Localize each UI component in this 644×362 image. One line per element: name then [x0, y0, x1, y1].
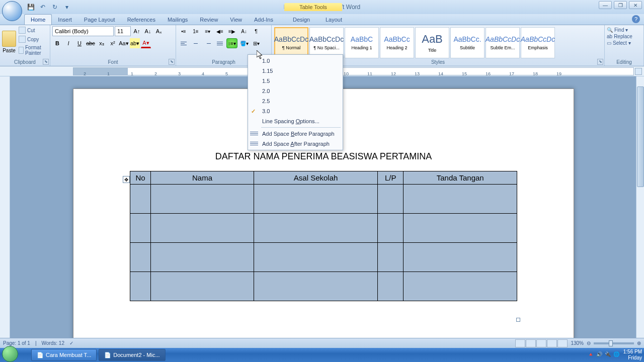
spacing-1.5[interactable]: 1.5	[248, 76, 343, 86]
table-cell[interactable]	[404, 272, 517, 301]
find-button[interactable]: 🔍 Find ▾	[607, 27, 641, 33]
scroll-thumb[interactable]	[637, 86, 644, 187]
zoom-in[interactable]: ⊕	[637, 340, 641, 346]
show-marks-button[interactable]: ¶	[251, 26, 262, 36]
table-resize-handle[interactable]	[516, 318, 520, 322]
vertical-ruler[interactable]	[0, 76, 10, 342]
proofing-icon[interactable]: ✓	[69, 340, 73, 346]
table-cell[interactable]	[404, 214, 517, 243]
tab-review[interactable]: Review	[194, 15, 224, 25]
table-cell[interactable]	[151, 272, 254, 301]
numbering-button[interactable]: 1≡	[190, 26, 201, 36]
styles-launcher[interactable]: ⬊	[597, 59, 603, 65]
font-launcher[interactable]: ⬊	[169, 59, 175, 65]
table-cell[interactable]	[254, 214, 378, 243]
add-space-before-item[interactable]: Add Space Before Paragraph	[248, 129, 343, 139]
table-cell[interactable]	[378, 185, 404, 214]
qat-more-icon[interactable]: ▾	[61, 2, 72, 13]
table-cell[interactable]	[254, 272, 378, 301]
page-status[interactable]: Page: 1 of 1	[3, 340, 30, 346]
multilevel-button[interactable]: ≡▾	[202, 26, 213, 36]
table-move-handle[interactable]: ✥	[123, 176, 130, 183]
increase-indent-button[interactable]: ≡▶	[226, 26, 237, 36]
spacing-3.0[interactable]: 3.0✓	[248, 106, 343, 116]
select-button[interactable]: ▭ Select ▾	[607, 40, 641, 46]
table-header[interactable]: No	[130, 171, 151, 185]
table-cell[interactable]	[404, 185, 517, 214]
sort-button[interactable]: A↓	[238, 26, 250, 36]
horizontal-ruler[interactable]: 2112345678910111213141516171819	[73, 67, 634, 75]
word-count[interactable]: Words: 12	[42, 340, 64, 346]
strikethrough-button[interactable]: abc	[86, 38, 96, 48]
underline-button[interactable]: U	[74, 38, 85, 48]
replace-button[interactable]: ab Replace	[607, 34, 641, 39]
minimize-button[interactable]: —	[599, 1, 612, 9]
zoom-label[interactable]: 130%	[571, 340, 584, 346]
draft-view[interactable]	[557, 339, 568, 347]
office-button[interactable]	[2, 1, 22, 21]
borders-button[interactable]: ⊞▾	[251, 38, 262, 48]
clear-format-button[interactable]: Aₓ	[154, 26, 164, 36]
line-spacing-options-item[interactable]: Line Spacing Options...	[248, 116, 343, 126]
help-icon[interactable]: ?	[632, 15, 640, 23]
add-space-after-item[interactable]: Add Space After Paragraph	[248, 139, 343, 149]
tab-view[interactable]: View	[224, 15, 248, 25]
cut-button[interactable]: Cut	[18, 26, 48, 34]
bullets-button[interactable]: •≡	[178, 26, 189, 36]
table-cell[interactable]	[130, 214, 151, 243]
print-layout-view[interactable]	[515, 339, 525, 347]
line-spacing-button[interactable]: ↕≡▾	[226, 38, 237, 48]
table-cell[interactable]	[130, 185, 151, 214]
style-subtitle[interactable]: AaBbCc.Subtitle	[450, 27, 485, 58]
table-cell[interactable]	[151, 185, 254, 214]
grow-font-button[interactable]: A↑	[132, 26, 142, 36]
spacing-1.15[interactable]: 1.15	[248, 66, 343, 76]
web-layout-view[interactable]	[536, 339, 546, 347]
spacing-1.0[interactable]: 1.0	[248, 56, 343, 66]
spacing-2.5[interactable]: 2.5	[248, 96, 343, 106]
table-cell[interactable]	[151, 243, 254, 272]
table-cell[interactable]	[378, 214, 404, 243]
align-right-button[interactable]	[202, 38, 213, 48]
ruler-toggle[interactable]	[635, 68, 642, 75]
copy-button[interactable]: Copy	[18, 35, 48, 43]
table-cell[interactable]	[404, 243, 517, 272]
taskbar-item-2[interactable]: 📄 Document2 - Mic...	[99, 349, 165, 361]
font-color-button[interactable]: A▾	[141, 38, 151, 48]
spacing-2.0[interactable]: 2.0	[248, 86, 343, 96]
outline-view[interactable]	[547, 339, 557, 347]
table-header[interactable]: Asal Sekolah	[254, 171, 378, 185]
highlight-button[interactable]: ab▾	[130, 38, 140, 48]
table-cell[interactable]	[130, 272, 151, 301]
full-screen-view[interactable]	[526, 339, 536, 347]
clock[interactable]: 1:56 PM Friday	[623, 349, 642, 361]
table-cell[interactable]	[254, 185, 378, 214]
style-subtle-em-[interactable]: AaBbCcDcSubtle Em...	[486, 27, 520, 58]
subscript-button[interactable]: x₂	[97, 38, 107, 48]
tab-layout[interactable]: Layout	[319, 15, 348, 25]
taskbar-item-1[interactable]: 📄 Cara Membuat T...	[31, 349, 97, 361]
maximize-button[interactable]: ❐	[614, 1, 627, 9]
tab-design[interactable]: Design	[287, 15, 316, 25]
vertical-scrollbar[interactable]	[636, 76, 644, 342]
tab-add-ins[interactable]: Add-Ins	[248, 15, 279, 25]
style-title[interactable]: AaBTitle	[415, 27, 449, 58]
tray-icons[interactable]: 🔺🔊🔌🌐	[588, 351, 620, 358]
change-case-button[interactable]: Aa▾	[119, 38, 129, 48]
justify-button[interactable]	[214, 38, 225, 48]
zoom-out[interactable]: ⊖	[587, 340, 591, 346]
table-header[interactable]: L/P	[378, 171, 404, 185]
style-heading-1[interactable]: AaBbCHeading 1	[345, 27, 379, 58]
table-cell[interactable]	[254, 243, 378, 272]
document-table[interactable]: NoNamaAsal SekolahL/PTanda Tangan	[130, 171, 517, 301]
shading-button[interactable]: 🪣▾	[238, 38, 250, 48]
table-cell[interactable]	[130, 243, 151, 272]
table-header[interactable]: Nama	[151, 171, 254, 185]
clipboard-launcher[interactable]: ⬊	[43, 59, 49, 65]
table-cell[interactable]	[151, 214, 254, 243]
font-size-input[interactable]	[115, 26, 131, 36]
start-button[interactable]	[0, 348, 20, 362]
paste-button[interactable]: Paste	[2, 26, 16, 57]
table-header[interactable]: Tanda Tangan	[404, 171, 517, 185]
table-cell[interactable]	[378, 272, 404, 301]
